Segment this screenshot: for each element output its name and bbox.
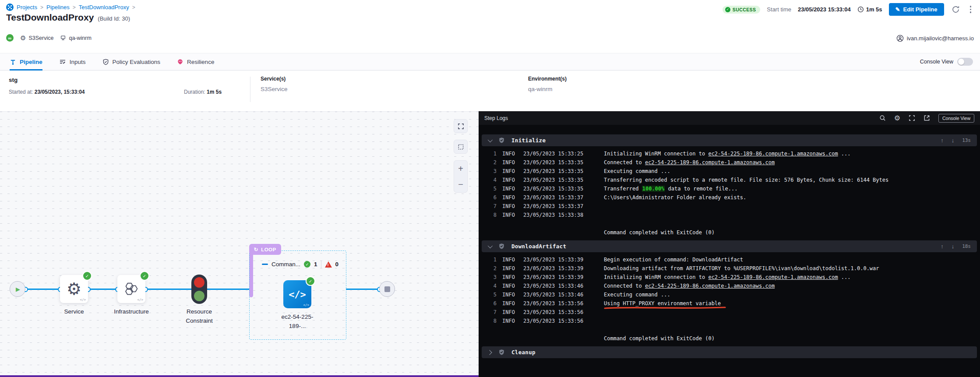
log-timestamp: 23/05/2023 15:33:56 xyxy=(523,317,604,325)
log-section: DownloadArtifact↑↓18s1INFO23/05/2023 15:… xyxy=(482,240,977,345)
log-line: 4INFO23/05/2023 15:33:46Connected to ec2… xyxy=(482,282,977,290)
collapse-minus-icon[interactable] xyxy=(262,264,268,265)
log-link[interactable]: ec2-54-225-189-86.compute-1.amazonaws.co… xyxy=(645,159,775,166)
status-badge: ✓ SUCCESS xyxy=(723,6,761,14)
log-message: Transferring encoded script to a remote … xyxy=(604,176,888,184)
command-step-label-line2: 189-... xyxy=(270,322,324,331)
service-tag[interactable]: ⚙ S3Service xyxy=(20,35,53,41)
pipeline-canvas[interactable]: ▶ ⚙ ✓ </> Service ✓ </> Infrastructure R… xyxy=(0,111,479,377)
log-text: Transferring encoded script to a remote … xyxy=(604,177,888,183)
log-text: Begin execution of command: DownloadArti… xyxy=(604,257,743,263)
breadcrumb-pipeline-name[interactable]: TestDownloadProxy xyxy=(79,4,129,11)
traffic-light-red xyxy=(194,277,204,288)
breadcrumb-projects[interactable]: Projects xyxy=(17,4,37,11)
end-node[interactable] xyxy=(379,281,395,297)
tab-inputs[interactable]: Inputs xyxy=(59,53,86,70)
log-line-number: 3 xyxy=(482,273,497,282)
log-timestamp: 23/05/2023 15:33:39 xyxy=(523,273,604,282)
tab-resilience-label: Resilience xyxy=(187,59,214,65)
tab-policy-evaluations[interactable]: Policy Evaluations xyxy=(102,53,161,70)
marquee-select-button[interactable] xyxy=(454,140,468,154)
log-line-number: 2 xyxy=(482,158,497,167)
log-section-duration: 18s xyxy=(962,243,971,249)
stage-info-bar: stg Started at: 23/05/2023, 15:33:04 Dur… xyxy=(0,70,980,111)
edit-pipeline-label: Edit Pipeline xyxy=(903,6,937,13)
log-timestamp: 23/05/2023 15:33:39 xyxy=(523,264,604,273)
log-settings-gear-icon[interactable]: ⚙ xyxy=(894,115,900,122)
log-timestamp: 23/05/2023 15:33:56 xyxy=(523,299,604,308)
log-message: Using HTTP_PROXY environment variable xyxy=(604,299,721,308)
services-label: Service(s) xyxy=(261,76,288,82)
log-line-number: 5 xyxy=(482,184,497,193)
log-link[interactable]: ec2-54-225-189-86.compute-1.amazonaws.co… xyxy=(708,274,838,280)
search-icon[interactable] xyxy=(879,115,886,121)
log-footer-message: Command completed with ExitCode (0) xyxy=(604,334,715,343)
log-level: INFO xyxy=(502,308,520,317)
log-message: Initializing WinRM connection to ec2-54-… xyxy=(604,273,851,282)
environment-tag[interactable]: qa-winrm xyxy=(60,35,91,41)
start-node[interactable]: ▶ xyxy=(10,281,25,297)
tab-resilience[interactable]: Resilience xyxy=(177,53,214,70)
log-line-number: 6 xyxy=(482,299,497,308)
expand-icon[interactable] xyxy=(909,115,915,121)
command-group-header[interactable]: Comman... ✓ 1 0 xyxy=(262,261,338,268)
log-line-number: 7 xyxy=(482,202,497,211)
scroll-up-icon[interactable]: ↑ xyxy=(941,137,944,144)
log-timestamp: 23/05/2023 15:33:37 xyxy=(523,193,604,202)
log-line: 8INFO23/05/2023 15:33:38 xyxy=(482,211,977,219)
open-in-new-icon[interactable] xyxy=(924,115,930,121)
stage-duration-value: 1m 5s xyxy=(207,89,222,95)
edit-pipeline-button[interactable]: ✎ Edit Pipeline xyxy=(889,3,944,16)
refresh-button[interactable] xyxy=(951,4,961,14)
log-link[interactable]: ec2-54-225-189-86.compute-1.amazonaws.co… xyxy=(708,151,838,157)
service-node[interactable]: ⚙ ✓ </> xyxy=(60,275,88,303)
scroll-down-icon[interactable]: ↓ xyxy=(952,137,955,144)
service-value[interactable]: S3Service xyxy=(261,86,288,92)
log-text: Connected to xyxy=(604,283,645,289)
log-section-header[interactable]: DownloadArtifact↑↓18s xyxy=(482,240,977,252)
environments-label: Environment(s) xyxy=(528,76,567,82)
log-section-content: 1INFO23/05/2023 15:33:39Begin execution … xyxy=(482,252,977,345)
log-line: 7INFO23/05/2023 15:33:56 xyxy=(482,308,977,317)
log-section-header[interactable]: Cleanup xyxy=(482,346,977,358)
fit-to-screen-button[interactable] xyxy=(454,119,468,133)
loop-icon: ↻ xyxy=(254,247,258,253)
gear-icon: ⚙ xyxy=(20,35,26,41)
breadcrumb-separator: > xyxy=(73,4,76,11)
console-view-button[interactable]: Console View xyxy=(938,114,974,123)
log-level: INFO xyxy=(502,255,520,264)
log-sections: Initialize↑↓13s1INFO23/05/2023 15:33:25I… xyxy=(479,125,980,358)
harness-logo-icon xyxy=(6,4,14,11)
environment-tag-label: qa-winrm xyxy=(69,35,91,41)
tab-bar: Pipeline Inputs Policy Evaluations Resil… xyxy=(0,53,980,70)
zoom-in-button[interactable]: + xyxy=(458,164,463,173)
breadcrumb-pipelines[interactable]: Pipelines xyxy=(46,4,70,11)
log-line: 3INFO23/05/2023 15:33:39Initializing Win… xyxy=(482,273,977,282)
console-view-label: Console View xyxy=(920,59,953,65)
log-timestamp: 23/05/2023 15:33:38 xyxy=(523,211,604,219)
success-count: 1 xyxy=(314,261,317,268)
more-options-button[interactable] xyxy=(967,5,974,14)
shield-check-icon xyxy=(498,137,505,144)
log-text: Connected to xyxy=(604,159,645,166)
duration-value: 1m 5s xyxy=(866,6,882,13)
command-step-node[interactable]: </> ✓ </> xyxy=(283,280,311,308)
log-level: INFO xyxy=(502,299,520,308)
log-line: 7INFO23/05/2023 15:33:37 xyxy=(482,202,977,211)
log-timestamp: 23/05/2023 15:33:39 xyxy=(523,255,604,264)
chevron-down-icon xyxy=(488,243,493,248)
log-section-header[interactable]: Initialize↑↓13s xyxy=(482,134,977,146)
environment-icon xyxy=(60,35,66,41)
log-link[interactable]: ec2-54-225-189-86.compute-1.amazonaws.co… xyxy=(645,283,775,289)
scroll-down-icon[interactable]: ↓ xyxy=(952,243,955,250)
scroll-up-icon[interactable]: ↑ xyxy=(941,243,944,250)
console-view-toggle[interactable] xyxy=(957,58,973,66)
infrastructure-node[interactable]: ✓ </> xyxy=(117,275,145,303)
environment-value[interactable]: qa-winrm xyxy=(528,86,567,92)
zoom-out-button[interactable]: − xyxy=(458,180,463,189)
log-section: Cleanup xyxy=(482,346,977,358)
resource-constraint-node[interactable] xyxy=(191,275,207,304)
tab-pipeline[interactable]: Pipeline xyxy=(10,53,42,70)
breadcrumb-separator: > xyxy=(132,4,135,11)
log-timestamp: 23/05/2023 15:33:37 xyxy=(523,202,604,211)
